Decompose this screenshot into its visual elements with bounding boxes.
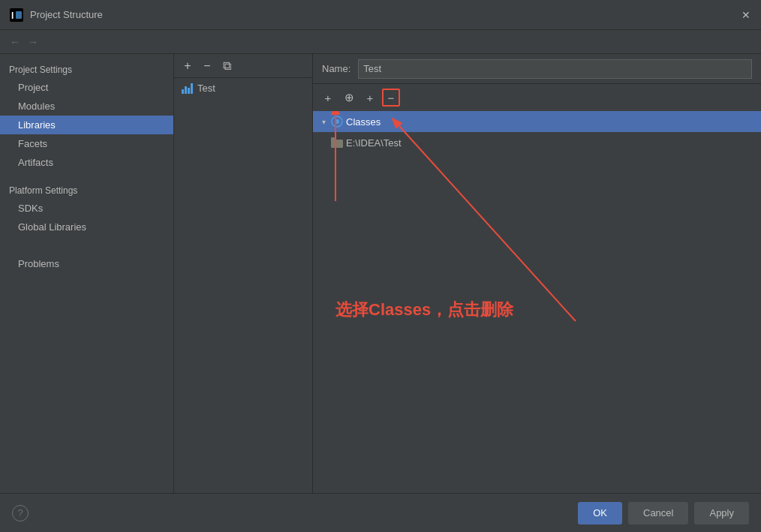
app-icon: I	[9, 8, 24, 23]
add-path-button[interactable]: +	[319, 89, 337, 107]
library-item-test[interactable]: Test	[174, 78, 312, 98]
title-bar: I Project Structure ✕	[0, 0, 761, 30]
annotation-overlay: 选择Classes，点击删除	[313, 111, 761, 493]
folder-icon	[331, 137, 343, 148]
bottom-bar: ? OK Cancel Apply	[0, 493, 761, 532]
sidebar-item-modules[interactable]: Modules	[0, 97, 173, 116]
svg-rect-2	[16, 11, 22, 19]
project-settings-label: Project Settings	[0, 60, 173, 78]
nav-bar: ← →	[0, 30, 761, 54]
name-input[interactable]	[358, 59, 752, 79]
sidebar-item-problems[interactable]: Problems	[0, 254, 173, 273]
name-row: Name:	[313, 54, 761, 84]
paths-area: + ⊕ + − ▾	[313, 84, 761, 493]
sidebar-item-global-libraries[interactable]: Global Libraries	[0, 218, 173, 236]
sidebar-item-libraries[interactable]: Libraries	[0, 116, 173, 134]
tree-row-folder[interactable]: E:\IDEA\Test	[313, 132, 761, 153]
tree-area: ▾ Classes	[313, 111, 761, 493]
back-button[interactable]: ←	[6, 33, 24, 51]
remove-path-button[interactable]: −	[382, 89, 400, 107]
folder-label: E:\IDEA\Test	[346, 137, 402, 149]
add-special-button[interactable]: ⊕	[340, 89, 358, 107]
add-another-button[interactable]: +	[361, 89, 379, 107]
svg-rect-6	[331, 137, 336, 141]
spacer2	[0, 236, 173, 245]
library-icon	[182, 83, 193, 94]
paths-toolbar: + ⊕ + −	[313, 84, 761, 111]
add-library-button[interactable]: +	[180, 59, 195, 74]
main-content: Project Settings Project Modules Librari…	[0, 54, 761, 493]
apply-button[interactable]: Apply	[694, 502, 749, 524]
tree-toggle-classes[interactable]: ▾	[319, 117, 328, 126]
spacer3	[0, 245, 173, 254]
library-item-label: Test	[197, 83, 215, 94]
lib-list-toolbar: + − ⧉	[174, 54, 312, 78]
name-label: Name:	[322, 63, 350, 74]
copy-library-button[interactable]: ⧉	[219, 59, 234, 74]
annotation-text: 选择Classes，点击删除	[335, 299, 513, 321]
arrow-svg	[313, 111, 761, 493]
detail-panel: Name: + ⊕ + − ▾	[313, 54, 761, 493]
tree-row-classes[interactable]: ▾ Classes	[313, 111, 761, 132]
split-area: + − ⧉ Test	[174, 54, 761, 493]
library-list: + − ⧉ Test	[174, 54, 313, 493]
right-panel: + − ⧉ Test	[174, 54, 761, 493]
sidebar-item-artifacts[interactable]: Artifacts	[0, 153, 173, 172]
classes-icon	[331, 116, 343, 128]
sidebar-item-project[interactable]: Project	[0, 78, 173, 97]
svg-text:I: I	[11, 11, 14, 21]
close-button[interactable]: ✕	[740, 9, 752, 21]
window-title: Project Structure	[30, 9, 740, 20]
remove-library-button[interactable]: −	[200, 59, 215, 74]
window-controls: ✕	[740, 9, 752, 21]
platform-settings-label: Platform Settings	[0, 181, 173, 199]
spacer	[0, 172, 173, 181]
sidebar: Project Settings Project Modules Librari…	[0, 54, 174, 493]
ok-button[interactable]: OK	[578, 502, 622, 524]
help-button[interactable]: ?	[12, 505, 29, 521]
classes-label: Classes	[346, 116, 380, 128]
svg-point-4	[335, 119, 339, 124]
sidebar-item-facets[interactable]: Facets	[0, 134, 173, 153]
bottom-actions: OK Cancel Apply	[578, 502, 749, 524]
forward-button[interactable]: →	[24, 33, 42, 51]
sidebar-item-sdks[interactable]: SDKs	[0, 199, 173, 218]
svg-line-10	[399, 126, 576, 321]
cancel-button[interactable]: Cancel	[628, 502, 688, 524]
